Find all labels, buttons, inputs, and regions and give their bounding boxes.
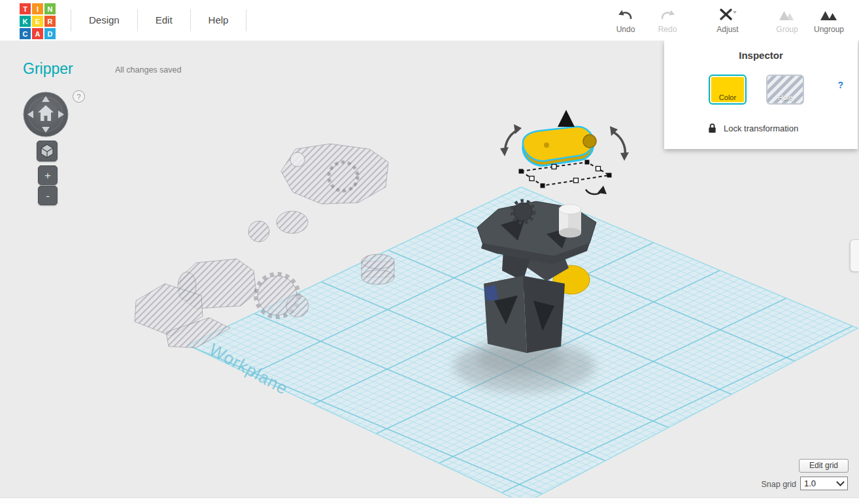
ungroup-label: Ungroup xyxy=(814,25,844,34)
menu-edit[interactable]: Edit xyxy=(138,9,191,31)
logo-letter: N xyxy=(44,3,56,14)
undo-label: Undo xyxy=(616,25,635,34)
save-status: All changes saved xyxy=(115,65,181,75)
logo-letter: R xyxy=(44,16,56,27)
logo-letter: I xyxy=(32,3,43,14)
ghost-small-gear[interactable] xyxy=(248,221,269,242)
zoom-in-button[interactable]: + xyxy=(38,165,58,185)
bottom-edge xyxy=(0,497,859,504)
logo-letter: D xyxy=(44,28,56,39)
group-button[interactable]: Group xyxy=(769,6,805,34)
edge-handles[interactable] xyxy=(530,165,601,183)
inspector-help-icon[interactable]: ? xyxy=(837,80,843,90)
hole-swatch[interactable]: Hole xyxy=(766,75,804,105)
inspector-title: Inspector xyxy=(664,50,858,61)
ghost-gear-small[interactable] xyxy=(286,295,309,317)
menu-help[interactable]: Help xyxy=(191,9,247,31)
top-gear[interactable] xyxy=(514,203,532,221)
view-help-button[interactable]: ? xyxy=(73,90,85,103)
view-navigation-knob[interactable] xyxy=(22,91,69,138)
ghost-lobe[interactable] xyxy=(277,211,308,233)
selection-bounds xyxy=(521,162,609,186)
logo-letter: T xyxy=(20,3,31,14)
color-swatch[interactable]: Color xyxy=(709,75,747,105)
zoom-out-button[interactable]: - xyxy=(38,186,58,205)
menu-design[interactable]: Design xyxy=(71,9,138,31)
rotate-handle-left[interactable] xyxy=(500,124,522,156)
logo-letter: K xyxy=(20,16,31,27)
raise-handle-cone[interactable] xyxy=(558,110,575,127)
snap-grid-select[interactable]: 1.0 xyxy=(800,477,848,490)
ghost-cylinder[interactable] xyxy=(362,254,394,284)
group-label: Group xyxy=(776,25,798,34)
inspector-panel: Inspector Color Hole ? Lock transformati… xyxy=(664,41,858,149)
color-swatch-label: Color xyxy=(710,93,745,101)
group-icon xyxy=(778,6,796,23)
adjust-button[interactable]: Adjust xyxy=(709,6,746,34)
tinkercad-logo[interactable]: T I N K E R C A D xyxy=(20,3,56,39)
lock-icon xyxy=(707,122,717,134)
top-bar: T I N K E R C A D Design Edit Help Undo xyxy=(0,0,859,41)
rotate-handle-right[interactable] xyxy=(610,126,629,161)
redo-icon xyxy=(659,6,676,23)
adjust-icon xyxy=(718,6,737,23)
logo-letter: C xyxy=(20,28,31,39)
panel-drawer-handle[interactable] xyxy=(850,239,859,272)
undo-button[interactable]: Undo xyxy=(607,6,644,34)
chevron-down-icon xyxy=(836,478,845,486)
action-toolbar: Undo Redo Adjust xyxy=(607,6,847,34)
hole-swatch-label: Hole xyxy=(767,93,803,101)
ungroup-icon xyxy=(820,6,838,23)
lock-transformation-toggle[interactable]: Lock transformation xyxy=(707,122,798,134)
logo-letter: E xyxy=(32,16,43,27)
lock-label: Lock transformation xyxy=(724,124,798,133)
document-title[interactable]: Gripper xyxy=(23,60,73,78)
redo-button[interactable]: Redo xyxy=(649,6,686,34)
cube-icon xyxy=(38,142,56,160)
selected-part[interactable] xyxy=(523,127,596,165)
adjust-label: Adjust xyxy=(716,25,738,34)
rotate-handle-bottom[interactable] xyxy=(586,186,607,194)
edit-grid-button[interactable]: Edit grid xyxy=(799,459,849,473)
ghost-bracket-hole xyxy=(290,152,305,167)
home-view-button[interactable] xyxy=(37,141,58,161)
selected-part-pin xyxy=(544,143,549,148)
redo-label: Redo xyxy=(658,25,677,34)
main-menu: Design Edit Help xyxy=(71,9,246,31)
logo-letter: A xyxy=(32,28,43,39)
snap-grid-label: Snap grid xyxy=(761,480,796,489)
design-canvas[interactable]: Workplane xyxy=(0,41,859,504)
undo-icon xyxy=(617,6,634,23)
ungroup-button[interactable]: Ungroup xyxy=(811,6,847,34)
selected-part-hole xyxy=(583,135,596,148)
white-cylinder[interactable] xyxy=(559,205,581,238)
snap-grid-value: 1.0 xyxy=(804,479,816,488)
